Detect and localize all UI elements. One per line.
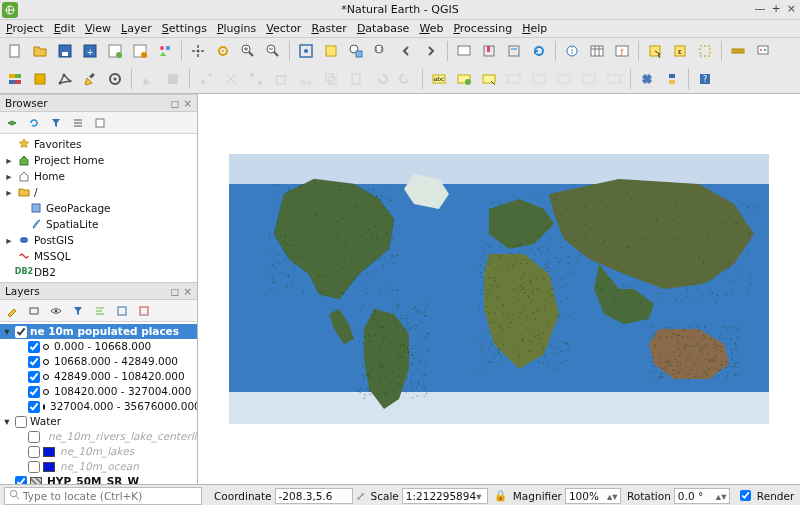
new-geopackage-button[interactable]	[29, 68, 51, 90]
menu-view[interactable]: View	[85, 22, 111, 35]
menu-plugins[interactable]: Plugins	[217, 22, 256, 35]
layer-row[interactable]: ▾ne 10m populated places	[0, 324, 197, 339]
zoom-selection-button[interactable]	[320, 40, 342, 62]
add-group-icon[interactable]	[25, 302, 43, 320]
collapse-all-icon[interactable]	[69, 114, 87, 132]
annotation-button[interactable]	[62, 65, 84, 66]
zoom-last-button[interactable]	[395, 40, 417, 62]
render-checkbox[interactable]	[740, 490, 751, 501]
field-calc-button[interactable]: ƒ	[611, 40, 633, 62]
layer-row[interactable]: ne_10m_lakes	[0, 444, 197, 459]
maximize-button[interactable]: +	[772, 2, 781, 15]
browser-tree[interactable]: Favorites▸Project Home▸Home▸/GeoPackageS…	[0, 134, 197, 282]
layout-manager-button[interactable]	[129, 40, 151, 62]
remove-layer-icon[interactable]	[135, 302, 153, 320]
open-project-button[interactable]	[29, 40, 51, 62]
style-manager-button[interactable]	[154, 40, 176, 62]
coordinate-toggle-icon[interactable]: ⤢	[356, 490, 365, 502]
panel-close-icon[interactable]: ×	[183, 97, 192, 109]
menu-web[interactable]: Web	[419, 22, 443, 35]
zoom-next-button[interactable]	[420, 40, 442, 62]
show-bookmarks-button[interactable]	[503, 40, 525, 62]
layer-visibility-checkbox[interactable]	[28, 431, 40, 443]
deselect-all-button[interactable]	[694, 40, 716, 62]
locator-search[interactable]: Type to locate (Ctrl+K)	[4, 487, 202, 505]
layer-visibility-checkbox[interactable]	[15, 476, 27, 485]
layer-row[interactable]: HYP_50M_SR_W	[0, 474, 197, 484]
text-annotation-button[interactable]: T	[87, 65, 109, 66]
select-by-value-button[interactable]: ε	[669, 40, 691, 62]
lock-icon[interactable]: 🔒	[494, 489, 507, 502]
browser-item-db2[interactable]: DB2DB2	[2, 264, 197, 280]
refresh-button[interactable]	[528, 40, 550, 62]
close-button[interactable]: ×	[787, 2, 796, 15]
layer-row[interactable]: ne_10m_rivers_lake_centerli…	[0, 429, 197, 444]
zoom-out-button[interactable]	[262, 40, 284, 62]
new-map-view-button[interactable]	[453, 40, 475, 62]
layer-row[interactable]: ▾Water	[0, 414, 197, 429]
layer-visibility-checkbox[interactable]	[28, 446, 40, 458]
layer-row[interactable]: 42849.000 - 108420.000	[0, 369, 197, 384]
browser-item-home[interactable]: ▸Home	[2, 168, 197, 184]
new-project-button[interactable]	[4, 40, 26, 62]
plugin-manager-button[interactable]	[636, 68, 658, 90]
menu-vector[interactable]: Vector	[266, 22, 301, 35]
zoom-full-button[interactable]	[295, 40, 317, 62]
scale-input[interactable]: 1:212295894▾	[402, 488, 488, 504]
browser-item-favorites[interactable]: Favorites	[2, 136, 197, 152]
pan-to-selection-button[interactable]	[212, 40, 234, 62]
toggle-editing-button[interactable]	[79, 68, 101, 90]
browser-item-spatialite[interactable]: SpatiaLite	[2, 216, 197, 232]
map-canvas[interactable]	[198, 94, 800, 484]
processing-toolbox-button[interactable]	[104, 68, 126, 90]
browser-item-mssql[interactable]: MSSQL	[2, 248, 197, 264]
coordinate-input[interactable]: -208.3,5.6	[275, 488, 353, 504]
browser-item-project-home[interactable]: ▸Project Home	[2, 152, 197, 168]
select-features-button[interactable]	[644, 40, 666, 62]
open-attr-table-button[interactable]	[586, 40, 608, 62]
zoom-layer-button[interactable]	[345, 40, 367, 62]
menu-raster[interactable]: Raster	[311, 22, 346, 35]
layer-row[interactable]: ne_10m_ocean	[0, 459, 197, 474]
save-as-button[interactable]: +	[79, 40, 101, 62]
visibility-icon[interactable]	[47, 302, 65, 320]
menu-database[interactable]: Database	[357, 22, 410, 35]
label-1-button[interactable]: abc	[428, 68, 450, 90]
panel-undock-icon[interactable]: ◻	[170, 285, 179, 297]
layers-tree[interactable]: ▾ne 10m populated places0.000 - 10668.00…	[0, 322, 197, 484]
show-map-tips-button[interactable]	[29, 65, 51, 66]
collapse-layers-icon[interactable]	[113, 302, 131, 320]
layer-row[interactable]: 327004.000 - 35676000.000	[0, 399, 197, 414]
panel-undock-icon[interactable]: ◻	[170, 97, 179, 109]
label-3-button[interactable]	[478, 68, 500, 90]
layer-styling-icon[interactable]	[3, 302, 21, 320]
refresh-icon[interactable]	[25, 114, 43, 132]
browser-item-geopackage[interactable]: GeoPackage	[2, 200, 197, 216]
menu-settings[interactable]: Settings	[162, 22, 207, 35]
add-vector-button[interactable]	[54, 68, 76, 90]
map-tips-button[interactable]	[752, 40, 774, 62]
properties-icon[interactable]	[91, 114, 109, 132]
layer-visibility-checkbox[interactable]	[28, 341, 40, 353]
layer-visibility-checkbox[interactable]	[28, 371, 40, 383]
expand-icon[interactable]	[91, 302, 109, 320]
rotation-input[interactable]: 0.0 °▴▾	[674, 488, 730, 504]
panel-close-icon[interactable]: ×	[183, 285, 192, 297]
filter-icon[interactable]	[47, 114, 65, 132]
magnifier-input[interactable]: 100%▴▾	[565, 488, 621, 504]
layer-visibility-checkbox[interactable]	[15, 416, 27, 428]
new-print-layout-button[interactable]	[104, 40, 126, 62]
minimize-button[interactable]: —	[755, 2, 766, 15]
layer-row[interactable]: 108420.000 - 327004.000	[0, 384, 197, 399]
zoom-native-button[interactable]: 1:1	[370, 40, 392, 62]
menu-project[interactable]: Project	[6, 22, 44, 35]
label-2-button[interactable]	[453, 68, 475, 90]
add-layer-icon[interactable]	[3, 114, 21, 132]
menu-help[interactable]: Help	[522, 22, 547, 35]
menu-layer[interactable]: Layer	[121, 22, 152, 35]
menu-processing[interactable]: Processing	[453, 22, 512, 35]
browser-item--[interactable]: ▸/	[2, 184, 197, 200]
pan-button[interactable]	[187, 40, 209, 62]
python-console-button[interactable]	[661, 68, 683, 90]
layer-visibility-checkbox[interactable]	[28, 461, 40, 473]
